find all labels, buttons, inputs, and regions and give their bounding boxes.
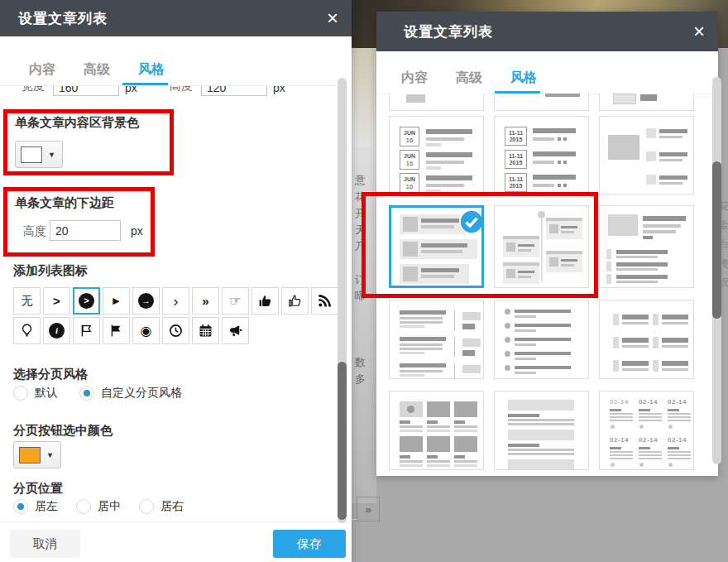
icon-option-none[interactable]: 无 [13,287,41,315]
skeleton-shape [646,175,656,185]
icon-option-chevron-circle-right-selected[interactable]: > [73,287,100,315]
thumbnail-style-card-list-selected[interactable] [389,205,484,288]
icon-option-double-angle-right[interactable]: » [192,287,219,315]
skeleton-shape [639,416,662,418]
skeleton-shape [518,244,534,247]
radio-right[interactable] [139,499,154,514]
thumbnail-clipped-3[interactable] [599,94,694,111]
icon-option-clock[interactable] [162,317,189,344]
thumbnail-style-stacked-articles[interactable] [494,391,589,470]
skeleton-shape [505,323,510,329]
tab-advanced[interactable]: 高级 [84,61,110,79]
tab-content[interactable]: 内容 [401,70,428,87]
pagination-color-picker[interactable]: ▼ [13,441,61,468]
skeleton-shape [427,436,450,452]
skeleton-shape [668,447,679,449]
icon-option-dot-circle[interactable]: ◉ [132,317,160,344]
icon-option-rss[interactable] [311,287,338,315]
icon-option-flag-solid[interactable] [103,317,130,344]
icon-option-caret-right[interactable]: ▶ [103,287,130,315]
chevron-right-icon: > [53,294,60,308]
skeleton-shape [400,317,443,319]
thumbnail-style-date-grid[interactable]: 02-14 02-14 02-14 02-14 02-14 02-14 [599,391,694,470]
radio-custom[interactable] [79,386,94,401]
skeleton-shape [541,219,543,282]
skeleton-shape [668,458,691,459]
tab-style[interactable]: 风格 [138,61,165,79]
thumbnail-style-bullet-list[interactable] [494,300,589,379]
skeleton-shape [427,455,438,459]
position-option-center[interactable]: 居中 [76,499,121,514]
thumbnail-clipped-1[interactable] [389,94,484,111]
icon-option-bullhorn[interactable] [222,317,249,344]
dialog-title: 设置文章列表 [404,22,493,41]
icon-option-angle-right[interactable]: › [162,287,189,315]
skeleton-shape: JUN16 [400,150,419,170]
skeleton-shape: 11-112015 [505,173,527,192]
skeleton-shape [561,226,577,228]
icon-option-thumbs-up-solid[interactable] [251,287,279,315]
radio-left[interactable] [13,499,28,514]
close-icon[interactable]: × [327,8,338,28]
icon-option-arrow-circle-right[interactable]: → [132,287,160,315]
flag-solid-icon [109,324,123,338]
skeleton-shape [613,360,619,372]
thumbnail-style-date-numeric-list[interactable]: 11-112015 11-112015 11-112015 [494,116,589,195]
skeleton-shape [400,325,424,328]
thumbnail-style-text-with-side-blocks[interactable] [389,300,484,379]
left-dialog-scrollbar-thumb[interactable] [338,362,347,520]
thumbnail-style-timeline[interactable] [494,205,589,288]
margin-height-input[interactable]: 20 [50,220,121,241]
skeleton-shape [505,365,510,371]
double-angle-right-icon: » [202,294,208,308]
skeleton-shape [622,322,649,324]
skeleton-shape [508,453,574,455]
skeleton-shape [616,281,658,283]
skeleton-shape [668,413,691,415]
skeleton-shape [400,363,446,367]
icon-option-flag-outline[interactable] [73,317,100,344]
bg-color-picker[interactable]: ▼ [15,141,63,168]
thumbs-up-outline-icon [288,294,302,308]
icon-option-chevron-right[interactable]: > [43,287,70,315]
skeleton-shape [426,184,464,187]
thumbnail-style-image-grid[interactable] [389,391,484,470]
skeleton-shape [668,454,691,456]
tab-content[interactable]: 内容 [29,61,55,79]
thumbnail-style-big-image-left[interactable] [599,116,694,195]
radio-default[interactable] [13,386,28,401]
pagination-style-option-default[interactable]: 默认 [13,386,58,401]
background-obscured-text: 意 花 开 天 乃 订 啼 数 多 [355,172,368,387]
skeleton-shape [622,338,649,343]
cancel-button[interactable]: 取消 [10,530,80,558]
pagination-style-option-custom[interactable]: 自定义分页风格 [79,386,182,401]
icon-option-info-circle[interactable]: i [43,317,70,344]
skeleton-shape [545,94,580,97]
tab-style[interactable]: 风格 [510,70,537,87]
radio-center[interactable] [76,499,91,514]
skeleton-shape [515,324,571,327]
skeleton-shape [454,363,455,378]
thumbnail-style-image-plus-list[interactable] [599,205,694,288]
background-pager-next-button[interactable]: » [357,497,380,521]
skeleton-shape [606,262,611,271]
icon-option-thumbs-up-outline[interactable] [281,287,309,315]
skeleton-shape [462,339,481,347]
right-dialog-scrollbar-thumb[interactable] [712,161,721,319]
position-option-left[interactable]: 居左 [13,499,58,514]
skeleton-shape [400,420,410,424]
icon-option-hand-point-right[interactable]: ☞ [222,287,249,315]
thumbnail-clipped-2[interactable] [494,94,589,111]
icon-option-lightbulb[interactable] [13,317,41,344]
thumbnail-style-two-column-compact[interactable] [599,300,694,379]
close-icon[interactable]: × [693,22,705,41]
skeleton-shape [400,455,410,459]
icon-option-calendar[interactable] [192,317,219,344]
skeleton-shape [400,348,443,350]
thumbnail-style-date-jun-list[interactable]: JUN16 JUN16 JUN16 [389,116,484,195]
skeleton-shape [610,454,633,456]
skeleton-shape [662,338,688,343]
save-button[interactable]: 保存 [273,530,346,558]
position-option-right[interactable]: 居右 [139,499,184,514]
tab-advanced[interactable]: 高级 [456,70,482,87]
